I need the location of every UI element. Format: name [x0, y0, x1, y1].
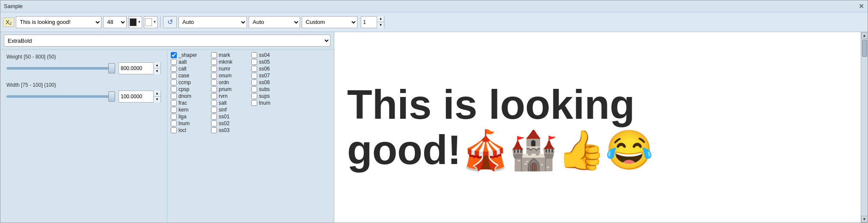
feature-label-ccmp: ccmp	[178, 79, 191, 85]
list-item: salt	[211, 100, 250, 106]
list-item: mark	[211, 52, 250, 58]
feature-checkbox-liga[interactable]	[171, 114, 177, 120]
feature-checkbox-frac[interactable]	[171, 100, 177, 106]
feature-checkbox-aalt[interactable]	[171, 59, 177, 65]
list-item: cpsp	[171, 86, 209, 92]
list-item: onum	[211, 73, 250, 79]
bg-color-swatch	[145, 18, 152, 26]
preview-line-2: good! 🎪 🏰 👍 😂	[347, 127, 848, 173]
emoji-2: 🏰	[509, 131, 557, 169]
reset-icon: ↺	[167, 18, 173, 26]
feature-label-mkmk: mkmk	[219, 59, 232, 65]
foreground-color-button[interactable]: ▼	[128, 16, 142, 28]
number-input-wrap: ▲ ▼	[361, 16, 384, 28]
weight-slider-group: Weight [50 - 800] (50) ▲ ▼	[6, 54, 161, 74]
feature-checkbox-ss04[interactable]	[251, 52, 257, 58]
feature-label-ss07: ss07	[259, 73, 270, 79]
number-spin-down[interactable]: ▼	[377, 22, 384, 28]
font-family-select[interactable]: This is looking good!	[16, 16, 101, 28]
list-item: calt	[171, 66, 209, 72]
feature-checkbox-sinf[interactable]	[211, 107, 217, 113]
feature-label-tnum: tnum	[259, 100, 271, 106]
feature-checkbox-mark[interactable]	[211, 52, 217, 58]
width-slider[interactable]	[6, 95, 115, 98]
subscript-button[interactable]: X2	[3, 18, 14, 27]
font-size-select[interactable]: 48	[103, 16, 127, 28]
style-row: ExtraBold	[0, 32, 334, 50]
list-item: ss08	[251, 79, 290, 85]
feature-checkbox-rvrn[interactable]	[211, 93, 217, 99]
main-area: ExtraBold Weight [50 - 800] (50)	[0, 32, 868, 223]
feature-checkbox-locl[interactable]	[171, 127, 177, 133]
list-item: ss06	[251, 66, 290, 72]
list-item: ss03	[211, 127, 250, 133]
weight-spin-up[interactable]: ▲	[154, 62, 161, 68]
feature-label-frac: frac	[178, 100, 187, 106]
feature-checkbox-tnum[interactable]	[251, 100, 257, 106]
number-input[interactable]	[361, 17, 377, 28]
scrollbar-thumb[interactable]	[862, 40, 867, 57]
feature-label-ss08: ss08	[259, 79, 270, 85]
checkbox-col-3: ss04ss05ss06ss07ss08subssupstnum	[251, 52, 290, 220]
feature-label-ss06: ss06	[259, 66, 270, 72]
scrollbar-track[interactable]	[861, 39, 868, 216]
background-color-button[interactable]: ▼	[144, 16, 158, 28]
feature-checkbox-calt[interactable]	[171, 66, 177, 72]
weight-spin-down[interactable]: ▼	[154, 68, 161, 74]
weight-spinners: ▲ ▼	[153, 62, 161, 74]
feature-checkbox-numr[interactable]	[211, 66, 217, 72]
list-item: sups	[251, 93, 290, 99]
feature-checkbox-ss05[interactable]	[251, 59, 257, 65]
subscript-label: X	[6, 19, 9, 26]
feature-label-onum: onum	[219, 73, 232, 79]
scroll-down-arrow[interactable]: ▼	[861, 216, 868, 223]
direction-select-1[interactable]: Auto	[178, 16, 247, 28]
feature-checkbox-ss01[interactable]	[211, 114, 217, 120]
feature-label-cpsp: cpsp	[178, 86, 189, 92]
weight-slider[interactable]	[6, 67, 115, 70]
feature-checkbox-ss03[interactable]	[211, 127, 217, 133]
list-item: dnom	[171, 93, 209, 99]
feature-checkbox-ss06[interactable]	[251, 66, 257, 72]
feature-checkbox-_shaper[interactable]	[171, 52, 177, 58]
toolbar: X2 This is looking good! 48 ▼ ▼ ↺ Auto A…	[0, 12, 868, 32]
feature-checkbox-ss07[interactable]	[251, 73, 257, 79]
checkbox-col-2: markmkmknumronumordnpnumrvrnsaltsinfss01…	[211, 52, 250, 220]
feature-checkbox-pnum[interactable]	[211, 86, 217, 92]
width-value-input[interactable]	[119, 91, 153, 102]
feature-checkbox-cpsp[interactable]	[171, 86, 177, 92]
feature-checkbox-ss08[interactable]	[251, 79, 257, 85]
feature-checkbox-lnum[interactable]	[171, 120, 177, 126]
number-spin-up[interactable]: ▲	[377, 16, 384, 22]
feature-checkbox-sups[interactable]	[251, 93, 257, 99]
feature-checkbox-case[interactable]	[171, 73, 177, 79]
custom-select[interactable]: Custom	[302, 16, 357, 28]
feature-checkbox-ccmp[interactable]	[171, 79, 177, 85]
list-item: kern	[171, 107, 209, 113]
feature-checkbox-ss02[interactable]	[211, 120, 217, 126]
width-spin-up[interactable]: ▲	[154, 91, 161, 97]
preview-line-1: This is looking	[347, 82, 848, 127]
list-item: _shaper	[171, 52, 209, 58]
feature-checkbox-mkmk[interactable]	[211, 59, 217, 65]
scroll-up-arrow[interactable]: ▲	[861, 32, 868, 39]
reset-button[interactable]: ↺	[163, 16, 177, 28]
feature-checkbox-dnom[interactable]	[171, 93, 177, 99]
width-spin-down[interactable]: ▼	[154, 97, 161, 103]
list-item: sinf	[211, 107, 250, 113]
features-area: Weight [50 - 800] (50) ▲ ▼	[0, 50, 334, 223]
feature-label-ss04: ss04	[259, 52, 270, 58]
feature-checkbox-subs[interactable]	[251, 86, 257, 92]
feature-checkbox-onum[interactable]	[211, 73, 217, 79]
feature-label-case: case	[178, 73, 189, 79]
title-bar: Sample ✕	[0, 0, 868, 12]
feature-checkbox-salt[interactable]	[211, 100, 217, 106]
weight-value-input[interactable]	[119, 63, 153, 74]
feature-checkbox-kern[interactable]	[171, 107, 177, 113]
style-select[interactable]: ExtraBold	[4, 35, 330, 47]
list-item: frac	[171, 100, 209, 106]
feature-checkbox-ordn[interactable]	[211, 79, 217, 85]
list-item: locl	[171, 127, 209, 133]
direction-select-2[interactable]: Auto	[249, 16, 300, 28]
close-button[interactable]: ✕	[859, 3, 864, 10]
